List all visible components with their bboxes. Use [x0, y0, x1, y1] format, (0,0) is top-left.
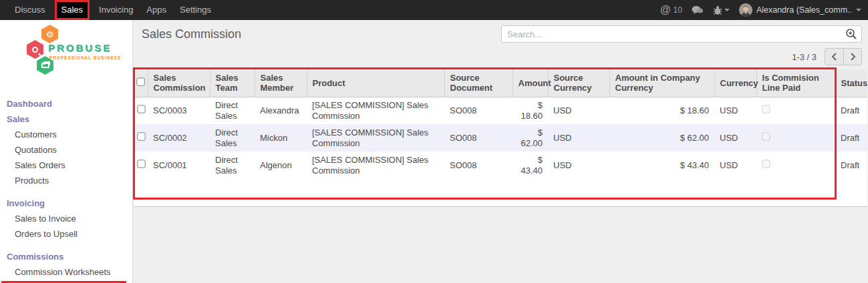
cell-source-document: SO008	[444, 97, 513, 124]
sidebar-entry-label: Dashboard	[7, 99, 52, 109]
cell-sales-team: Direct Sales	[210, 124, 255, 152]
row-select-checkbox[interactable]	[137, 132, 145, 140]
sidebar-menu-entry[interactable]: Commission Worksheets	[0, 264, 132, 280]
cell-status: Draft	[835, 97, 867, 124]
cell-is-paid	[756, 152, 835, 179]
sidebar-entry-label: Sales	[7, 114, 29, 124]
cell-sales-commission: SC/0003	[148, 97, 210, 124]
sidebar-menu-entry[interactable]: Commissions	[0, 249, 132, 264]
cell-amount-company: $ 18.60	[609, 97, 714, 124]
sidebar-menu-entry[interactable]: Orders to Upsell	[0, 226, 132, 242]
cell-currency: USD	[714, 97, 756, 124]
column-header-label: Sales Member	[261, 73, 294, 93]
cell-sales-commission: SC/0002	[148, 124, 210, 152]
column-header-label: Currency	[720, 78, 758, 88]
sidebar-menu-entry[interactable]: Products	[0, 173, 132, 188]
column-header[interactable]: Sales Commission	[148, 69, 210, 97]
row-select-cell	[134, 124, 148, 152]
mention-counter[interactable]: @ 10	[660, 4, 682, 16]
pager-previous-button[interactable]	[825, 49, 843, 65]
nav-app-label: Apps	[146, 5, 166, 15]
sidebar-entry-label: Commissions	[7, 252, 63, 262]
column-header-label: Sales Commission	[154, 73, 206, 93]
column-header[interactable]: Source Currency	[548, 69, 609, 97]
column-header[interactable]: Currency	[714, 69, 756, 97]
column-header[interactable]: Product	[307, 69, 444, 97]
mention-count: 10	[674, 5, 682, 15]
sidebar-menu-entry[interactable]: Sales Orders	[0, 158, 132, 173]
logo-title: PROBUSE	[48, 42, 112, 53]
column-header[interactable]: Status	[835, 69, 867, 97]
nav-app-item[interactable]: Settings	[173, 0, 218, 20]
row-select-checkbox[interactable]	[137, 105, 145, 113]
logo-subtitle: PROFESSIONAL BUSINESS	[49, 55, 121, 60]
cell-currency: USD	[714, 124, 756, 152]
debug-menu-button[interactable]	[713, 5, 730, 15]
column-header-label: Sales Team	[216, 73, 239, 93]
at-icon: @	[660, 4, 671, 16]
column-header[interactable]: Amount	[513, 69, 548, 97]
cell-status: Draft	[835, 124, 867, 152]
cell-amount: $ 43.40	[513, 152, 548, 179]
chat-bubble-icon	[692, 5, 704, 15]
nav-app-item[interactable]: Apps	[140, 0, 173, 20]
column-header-label: Amount in Company Currency	[615, 73, 700, 93]
cell-amount-company: $ 62.00	[609, 124, 714, 152]
column-header[interactable]: Amount in Company Currency	[609, 69, 714, 97]
cell-sales-member: Mickon	[255, 124, 307, 152]
magnifier-icon	[27, 40, 43, 59]
commission-lines-table: Sales Commission Sales Team Sales Member…	[134, 69, 867, 207]
top-navbar: Discuss Sales Invoicing Apps Settings @ …	[0, 0, 868, 20]
cell-product: [SALES COMMISSION] Sales Commission	[307, 124, 444, 152]
sidebar-entry-label: Customers	[15, 129, 57, 139]
nav-app-label: Sales	[61, 5, 84, 15]
company-logo: ⚙ PROBUSE PROFESSIONAL BUSINESS	[0, 24, 132, 79]
table-row[interactable]: SC/0002 Direct Sales Mickon [SALES COMMI…	[134, 124, 867, 152]
sidebar-entry-label: Quotations	[15, 145, 57, 155]
cell-sales-team: Direct Sales	[210, 152, 255, 179]
user-name: Alexandra (Sales_comm..	[756, 5, 852, 15]
sidebar-menu-entry[interactable]: Quotations	[0, 142, 132, 158]
table-header-row: Sales Commission Sales Team Sales Member…	[134, 69, 867, 97]
caret-down-icon	[856, 9, 861, 11]
nav-app-item[interactable]: Sales	[55, 0, 90, 20]
sidebar-menu-entry[interactable]: Dashboard	[0, 96, 132, 111]
sidebar-entry-label: Commission Worksheets	[15, 267, 111, 277]
search-icon[interactable]	[845, 28, 857, 43]
cell-product: [SALES COMMISSION] Sales Commission	[307, 152, 444, 179]
sidebar-menu-entry[interactable]: Sales to Invoice	[0, 211, 132, 226]
sidebar-menu-entry[interactable]: Sales	[0, 111, 132, 127]
column-header[interactable]: Is Commision Line Paid	[756, 69, 835, 97]
nav-app-label: Settings	[180, 5, 211, 15]
row-select-cell	[134, 152, 148, 179]
column-header[interactable]: Sales Team	[210, 69, 255, 97]
sidebar-menu-entry[interactable]: Customers	[0, 127, 132, 142]
caret-down-icon	[724, 9, 730, 11]
nav-app-item[interactable]: Discuss	[8, 0, 52, 20]
select-all-checkbox[interactable]	[137, 78, 145, 86]
sidebar-menu: Dashboard Sales Customers Quotations Sal…	[0, 96, 132, 283]
column-header[interactable]: Source Document	[444, 69, 513, 97]
column-header[interactable]: Sales Member	[255, 69, 307, 97]
column-header-label: Source Document	[450, 73, 493, 93]
chevron-left-icon	[831, 53, 837, 61]
nav-app-menu: Discuss Sales Invoicing Apps Settings	[0, 0, 218, 20]
sidebar-entry-label: Sales Orders	[15, 160, 65, 170]
pager-range: 1-3 / 3	[792, 52, 817, 62]
nav-app-item[interactable]: Invoicing	[92, 0, 140, 20]
messages-button[interactable]	[692, 5, 704, 15]
pager: 1-3 / 3	[792, 48, 862, 65]
search-bar	[501, 25, 862, 43]
table-row[interactable]: SC/0003 Direct Sales Alexandra [SALES CO…	[134, 97, 867, 124]
sidebar-menu-entry[interactable]: Invoicing	[0, 196, 132, 211]
main-content: Sales Commission 1-3 / 3	[133, 20, 868, 283]
row-select-checkbox[interactable]	[137, 160, 145, 168]
gear-icon: ⚙	[41, 25, 58, 43]
user-menu[interactable]: Alexandra (Sales_comm..	[739, 3, 861, 17]
search-input[interactable]	[501, 25, 862, 43]
column-header-label: Product	[313, 78, 345, 88]
table-row[interactable]: SC/0001 Direct Sales Algenon [SALES COMM…	[134, 152, 867, 179]
control-panel: Sales Commission 1-3 / 3	[133, 20, 868, 69]
sidebar-entry-label: Sales to Invoice	[15, 214, 76, 224]
pager-next-button[interactable]	[843, 49, 861, 65]
